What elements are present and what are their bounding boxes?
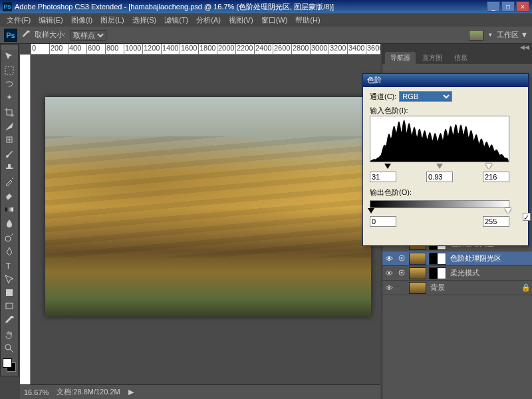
output-black-slider[interactable]	[368, 208, 374, 213]
layer-name[interactable]: 柔光模式	[448, 268, 521, 278]
options-bar: Ps 取样大小: 取样点 ▼ 工作区 ▼	[0, 27, 532, 44]
move-tool[interactable]	[1, 50, 18, 64]
wand-tool[interactable]	[1, 91, 18, 105]
black-point-slider[interactable]	[384, 164, 391, 169]
layer-thumbnail[interactable]	[409, 282, 426, 294]
lasso-tool[interactable]	[1, 77, 18, 91]
menu-help[interactable]: 帮助(H)	[291, 15, 324, 25]
mask-thumbnail[interactable]	[429, 267, 446, 279]
histogram-chart	[370, 116, 509, 162]
doc-size[interactable]: 文档:28.8M/120.2M	[57, 387, 120, 397]
workspace-thumbnail-icon[interactable]	[469, 30, 483, 41]
maximize-button[interactable]: □	[501, 1, 515, 12]
preview-checkbox[interactable]: ✓	[523, 213, 531, 221]
toolbox: T	[0, 44, 19, 376]
foreground-color-swatch[interactable]	[3, 358, 12, 368]
eyedropper-icon	[21, 30, 31, 41]
svg-rect-2	[5, 207, 13, 211]
pen-tool[interactable]	[1, 244, 18, 258]
input-gamma-field[interactable]	[426, 172, 453, 182]
eraser-tool[interactable]	[1, 189, 18, 203]
output-white-slider[interactable]	[505, 208, 511, 213]
input-white-field[interactable]	[483, 172, 509, 182]
color-swatches[interactable]	[1, 358, 18, 376]
visibility-icon[interactable]: 👁	[382, 255, 396, 263]
white-point-slider[interactable]	[485, 164, 492, 169]
minimize-button[interactable]: _	[487, 1, 500, 12]
layer-thumbnail[interactable]	[409, 267, 426, 279]
mask-thumbnail[interactable]	[429, 253, 446, 265]
close-button[interactable]: ×	[516, 1, 529, 12]
document-canvas[interactable]	[45, 97, 371, 317]
stamp-tool[interactable]	[1, 161, 18, 175]
layer-row[interactable]: 👁色阶处理阴光区	[382, 251, 532, 266]
menu-view[interactable]: 视图(V)	[225, 15, 257, 25]
input-slider-track[interactable]	[370, 164, 509, 170]
layer-thumbnail[interactable]	[409, 253, 426, 265]
blur-tool[interactable]	[1, 216, 18, 230]
output-gradient[interactable]	[370, 200, 509, 208]
menu-image[interactable]: 图像(I)	[67, 15, 96, 25]
eyedropper-tool[interactable]	[1, 314, 18, 328]
ps-logo-icon[interactable]: Ps	[4, 29, 17, 42]
input-black-field[interactable]	[370, 172, 396, 182]
path-tool[interactable]	[1, 272, 18, 286]
levels-dialog[interactable]: 色阶 通道(C): RGB 输入色阶(I): 输出色阶(O):	[362, 73, 529, 246]
toolbox-grip[interactable]	[1, 45, 18, 50]
zoom-tool[interactable]	[1, 342, 18, 356]
svg-rect-5	[6, 289, 13, 296]
marquee-tool[interactable]	[1, 64, 18, 78]
visibility-icon[interactable]: 👁	[382, 284, 396, 292]
output-slider-track[interactable]	[370, 208, 509, 215]
menu-file[interactable]: 文件(F)	[3, 15, 35, 25]
layer-row[interactable]: 👁柔光模式	[382, 266, 532, 281]
tab-navigator[interactable]: 导航器	[385, 52, 416, 64]
menu-select[interactable]: 选择(S)	[128, 15, 161, 25]
collapse-icon[interactable]: ◀◀	[520, 44, 529, 49]
gamma-slider[interactable]	[436, 164, 443, 169]
svg-point-11	[401, 257, 403, 259]
tab-info[interactable]: 信息	[449, 52, 473, 64]
svg-text:T: T	[6, 262, 11, 270]
layer-name[interactable]: 背景	[428, 283, 521, 293]
chevron-right-icon[interactable]: ▶	[128, 388, 134, 396]
dodge-tool[interactable]	[1, 230, 18, 244]
heal-tool[interactable]	[1, 133, 18, 147]
type-tool[interactable]: T	[1, 258, 18, 272]
link-icon[interactable]	[396, 269, 408, 278]
channel-select[interactable]: RGB	[399, 91, 452, 102]
tab-histogram[interactable]: 直方图	[417, 52, 448, 64]
menu-filter[interactable]: 滤镜(T)	[160, 15, 192, 25]
menu-window[interactable]: 窗口(W)	[257, 15, 292, 25]
layer-name[interactable]: 色阶处理阴光区	[448, 253, 521, 263]
dialog-title[interactable]: 色阶	[363, 74, 528, 87]
app-icon: Ps	[3, 2, 12, 11]
output-white-field[interactable]	[483, 216, 509, 227]
input-levels-label: 输入色阶(I):	[370, 106, 521, 116]
hand-tool[interactable]	[1, 328, 18, 342]
svg-point-3	[5, 236, 11, 241]
output-levels-label: 输出色阶(O):	[370, 188, 521, 198]
menu-edit[interactable]: 编辑(E)	[35, 15, 67, 25]
menu-layer[interactable]: 图层(L)	[96, 15, 128, 25]
visibility-icon[interactable]: 👁	[382, 269, 396, 277]
layer-row[interactable]: 👁背景🔒	[382, 281, 532, 295]
window-title: Adobe Photoshop CS3 Extended - [hamabaji…	[15, 2, 334, 12]
menu-analysis[interactable]: 分析(A)	[192, 15, 225, 25]
ruler-vertical[interactable]	[20, 55, 31, 384]
workspace-dropdown[interactable]: 工作区 ▼	[497, 30, 528, 40]
zoom-level[interactable]: 16.67%	[24, 388, 49, 396]
crop-tool[interactable]	[1, 105, 18, 119]
link-icon[interactable]	[396, 254, 408, 263]
slice-tool[interactable]	[1, 119, 18, 133]
shape-tool[interactable]	[1, 286, 18, 300]
brush-tool[interactable]	[1, 147, 18, 161]
ruler-horizontal[interactable]: 0200400600800100012001400160018002000220…	[31, 44, 380, 55]
layers-panel: 色阶压暗天空👁色阶处理阴光区👁柔光模式👁背景🔒	[382, 237, 532, 399]
gradient-tool[interactable]	[1, 203, 18, 217]
notes-tool[interactable]	[1, 300, 18, 314]
svg-point-7	[5, 344, 11, 350]
history-brush-tool[interactable]	[1, 175, 18, 189]
sample-size-select[interactable]: 取样点	[70, 30, 106, 41]
output-black-field[interactable]	[370, 216, 396, 227]
